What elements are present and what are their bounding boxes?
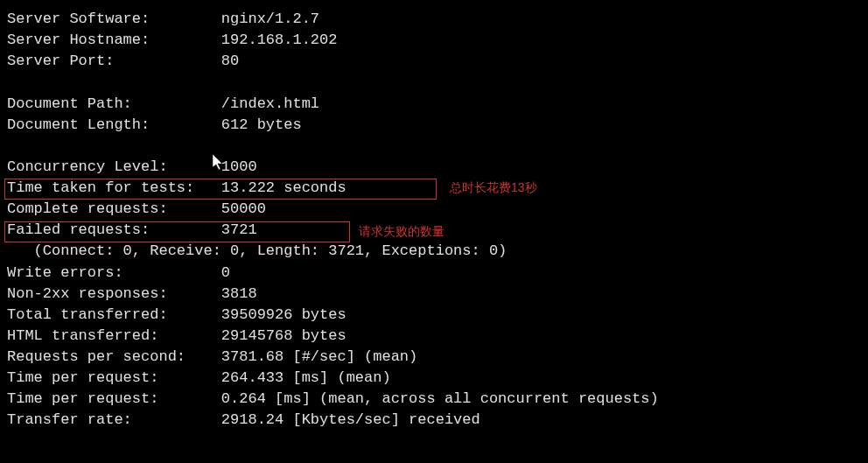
output-line (7, 72, 861, 93)
output-line: Time per request: 264.433 [ms] (mean) (7, 368, 861, 389)
terminal-output: Server Software: nginx/1.2.7Server Hostn… (7, 9, 861, 431)
output-line: Complete requests: 50000 (7, 199, 861, 220)
output-line: Server Port: 80 (7, 51, 861, 72)
output-line: HTML transferred: 29145768 bytes (7, 326, 861, 347)
output-line: Time per request: 0.264 [ms] (mean, acro… (7, 389, 861, 410)
output-line: Transfer rate: 2918.24 [Kbytes/sec] rece… (7, 410, 861, 431)
output-line: Server Hostname: 192.168.1.202 (7, 30, 861, 51)
output-line: Total transferred: 39509926 bytes (7, 305, 861, 326)
output-line: Document Length: 612 bytes (7, 115, 861, 136)
output-line: (Connect: 0, Receive: 0, Length: 3721, E… (7, 241, 861, 262)
output-line: Time taken for tests: 13.222 seconds (7, 178, 861, 199)
output-line: Non-2xx responses: 3818 (7, 284, 861, 305)
output-line: Document Path: /index.html (7, 94, 861, 115)
output-line: Requests per second: 3781.68 [#/sec] (me… (7, 347, 861, 368)
output-line: Concurrency Level: 1000 (7, 157, 861, 178)
output-line: Server Software: nginx/1.2.7 (7, 9, 861, 30)
output-line (7, 136, 861, 157)
output-line: Failed requests: 3721 (7, 220, 861, 241)
output-line: Write errors: 0 (7, 263, 861, 284)
